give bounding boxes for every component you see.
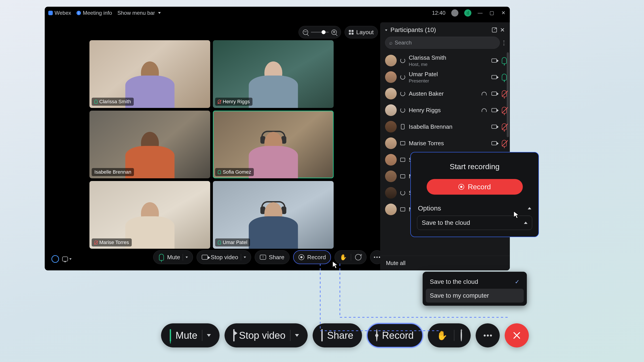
- loop-icon: [400, 108, 405, 113]
- video-tile[interactable]: Marise Torres: [90, 181, 210, 249]
- camera-icon[interactable]: [492, 125, 497, 129]
- mute-all-button[interactable]: Mute all: [380, 256, 510, 270]
- emoji-button[interactable]: [355, 254, 361, 260]
- avatar: [385, 88, 397, 99]
- screen-icon: [400, 158, 405, 162]
- chevron-down-icon[interactable]: [385, 29, 387, 31]
- avatar: [385, 170, 397, 182]
- zoom-in-icon[interactable]: +: [332, 29, 337, 35]
- record-label-big: Record: [382, 330, 414, 341]
- mute-label-big: Mute: [176, 330, 198, 341]
- avatar: [385, 187, 397, 199]
- options-header[interactable]: Options: [417, 203, 532, 216]
- zoom-slider[interactable]: [311, 32, 329, 33]
- participant-nametag: Umar Patel: [215, 238, 250, 247]
- avatar: [385, 121, 397, 132]
- search-input[interactable]: ⌕ Search: [385, 37, 500, 49]
- record-button-big[interactable]: Record: [367, 323, 423, 348]
- avatar: [385, 137, 397, 149]
- mic-icon: [94, 100, 98, 104]
- chevron-down-icon[interactable]: [186, 257, 188, 258]
- record-label: Record: [307, 254, 326, 261]
- share-button[interactable]: Share: [255, 250, 289, 264]
- tile-name: Sofia Gomez: [223, 169, 251, 175]
- view-toolbar: − + Layout: [298, 26, 378, 38]
- participant-row[interactable]: Isabella Brennan: [385, 118, 507, 135]
- share-label: Share: [269, 254, 284, 261]
- video-tile[interactable]: Henry Riggs: [213, 40, 334, 108]
- save-location-dropdown[interactable]: Save to the cloud: [417, 216, 532, 230]
- participant-role: Presenter: [409, 78, 438, 84]
- stop-video-label: Stop video: [211, 254, 238, 261]
- chevron-down-icon[interactable]: [295, 334, 299, 337]
- share-button-big[interactable]: Share: [312, 323, 362, 348]
- loop-icon: [400, 190, 405, 195]
- participant-row[interactable]: Marise Torres: [385, 135, 507, 151]
- participant-nametag: Clarissa Smith: [92, 98, 134, 106]
- sort-button[interactable]: ↑↓: [503, 40, 505, 45]
- participant-name: Clarissa Smith: [409, 54, 446, 61]
- search-icon: ⌕: [389, 39, 392, 46]
- mic-muted-icon[interactable]: [502, 123, 507, 130]
- mute-label: Mute: [167, 254, 180, 261]
- zoom-out-icon[interactable]: −: [303, 29, 308, 35]
- chevron-down-icon: [158, 12, 161, 14]
- start-recording-popup: Start recording Record Options Save to t…: [410, 152, 539, 237]
- video-tile[interactable]: Isabelle Brennan: [90, 111, 210, 178]
- video-tile[interactable]: Umar Patel: [213, 181, 334, 249]
- meeting-info-button[interactable]: i Meeting info: [76, 10, 112, 16]
- participant-row[interactable]: Umar Patel Presenter: [385, 69, 507, 85]
- camera-icon[interactable]: [492, 92, 497, 96]
- mic-on-icon[interactable]: [502, 74, 507, 80]
- video-tile[interactable]: Clarissa Smith: [90, 40, 210, 108]
- chevron-up-icon: [528, 207, 531, 209]
- dropdown-selected: Save to the cloud: [422, 219, 470, 226]
- popout-icon[interactable]: [492, 27, 497, 32]
- clock-label: 12:40: [432, 10, 446, 16]
- minimize-button[interactable]: —: [477, 10, 483, 16]
- participants-title: Participants (10): [390, 26, 436, 33]
- lock-status-icon[interactable]: [451, 9, 458, 16]
- camera-icon[interactable]: [492, 75, 497, 79]
- tile-name: Clarissa Smith: [99, 99, 131, 105]
- zoom-control[interactable]: − +: [298, 26, 341, 38]
- record-button[interactable]: Record: [293, 250, 331, 264]
- tile-name: Henry Riggs: [223, 99, 250, 105]
- mic-muted-icon[interactable]: [502, 107, 507, 113]
- mic-muted-icon[interactable]: [502, 140, 507, 147]
- mute-button[interactable]: Mute: [153, 250, 193, 264]
- stop-video-button-big[interactable]: Stop video: [224, 323, 308, 348]
- emoji-button-big[interactable]: [461, 330, 462, 341]
- titlebar: Webex i Meeting info Show menu bar 12:40…: [45, 7, 510, 19]
- menu-item-computer[interactable]: Save to my computer: [426, 289, 524, 303]
- video-tile-active[interactable]: Sofia Gomez: [213, 111, 334, 178]
- layout-button[interactable]: Layout: [344, 26, 378, 38]
- maximize-button[interactable]: ▢: [489, 10, 495, 16]
- camera-icon[interactable]: [492, 108, 497, 112]
- window-close-button[interactable]: ✕: [500, 10, 506, 16]
- record-confirm-button[interactable]: Record: [427, 179, 523, 195]
- mute-button-big[interactable]: Mute: [161, 323, 220, 348]
- info-icon: i: [76, 11, 81, 15]
- show-menu-bar-button[interactable]: Show menu bar: [118, 10, 161, 16]
- mic-muted-icon: [218, 100, 221, 104]
- participant-row[interactable]: Henry Riggs: [385, 102, 507, 118]
- participant-row[interactable]: Clarissa Smith Host, me: [385, 52, 507, 69]
- camera-icon[interactable]: [492, 141, 497, 145]
- leave-meeting-button-big[interactable]: [505, 323, 529, 348]
- camera-icon[interactable]: [492, 58, 497, 62]
- participant-nametag: Isabelle Brennan: [92, 168, 134, 176]
- participant-role: Host, me: [409, 62, 446, 67]
- chevron-down-icon[interactable]: [207, 334, 211, 337]
- raise-hand-button-big[interactable]: ✋: [436, 330, 448, 341]
- more-button-big[interactable]: [476, 323, 500, 348]
- close-panel-button[interactable]: ✕: [500, 26, 505, 33]
- chevron-down-icon[interactable]: [244, 257, 246, 258]
- raise-hand-button[interactable]: ✋: [340, 254, 347, 261]
- stop-video-button[interactable]: Stop video: [196, 250, 251, 264]
- menu-item-cloud[interactable]: Save to the cloud ✓: [426, 275, 524, 289]
- participant-row[interactable]: Austen Baker: [385, 85, 507, 102]
- mic-on-icon[interactable]: [502, 57, 507, 64]
- network-status-icon[interactable]: ıl: [464, 9, 471, 16]
- mic-muted-icon[interactable]: [502, 90, 507, 97]
